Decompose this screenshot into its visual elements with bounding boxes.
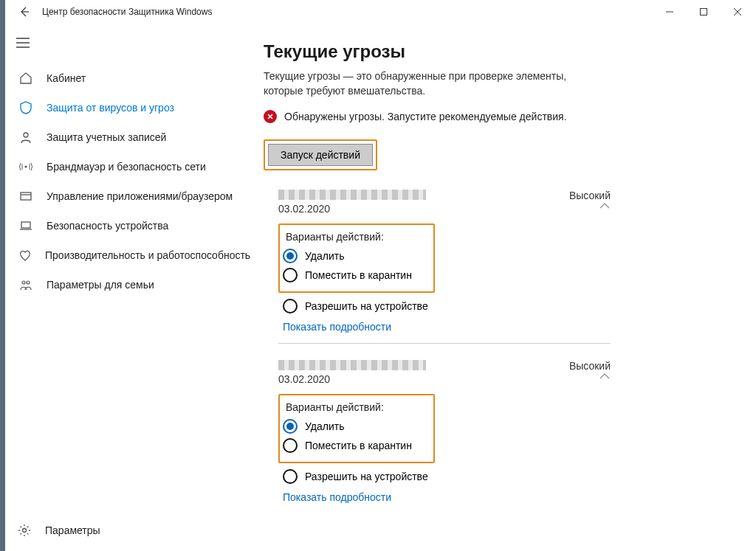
- maximize-button[interactable]: [687, 0, 721, 24]
- person-icon: [18, 130, 33, 145]
- sidebar-item-device-security[interactable]: Безопасность устройства: [7, 211, 256, 240]
- sidebar-item-performance-health[interactable]: Производительность и работоспособность: [7, 240, 256, 270]
- option-delete[interactable]: Удалить: [283, 419, 426, 434]
- threat-item: 03.02.2020 Высокий Варианты действий: Уд…: [278, 190, 611, 344]
- error-icon: [264, 110, 277, 123]
- svg-rect-9: [21, 193, 31, 200]
- sidebar-item-account-protection[interactable]: Защита учетных записей: [7, 122, 256, 152]
- hamburger-icon: [16, 38, 30, 48]
- gear-icon: [17, 523, 32, 538]
- option-allow[interactable]: Разрешить на устройстве: [283, 469, 611, 484]
- svg-point-14: [27, 281, 30, 284]
- svg-point-7: [24, 133, 28, 137]
- option-label: Разрешить на устройстве: [305, 300, 428, 312]
- threat-date: 03.02.2020: [278, 203, 569, 215]
- close-button[interactable]: [721, 0, 755, 24]
- collapse-button[interactable]: [569, 201, 611, 212]
- chevron-up-icon: [599, 372, 611, 381]
- sidebar-item-app-browser-control[interactable]: Управление приложениями/браузером: [7, 181, 256, 211]
- arrow-left-icon: [18, 6, 30, 18]
- main-content: Текущие угрозы Текущие угрозы — это обна…: [256, 24, 756, 551]
- sidebar: Кабинет Защита от вирусов и угроз Защита…: [5, 24, 256, 551]
- sidebar-item-label: Параметры для семьи: [47, 279, 154, 291]
- sidebar-item-firewall[interactable]: Брандмауэр и безопасность сети: [7, 152, 256, 181]
- sidebar-item-label: Производительность и работоспособность: [45, 249, 250, 261]
- chevron-up-icon: [599, 201, 611, 210]
- svg-point-13: [22, 281, 25, 284]
- svg-rect-1: [701, 9, 707, 15]
- threat-item: 03.02.2020 Высокий Варианты действий: Уд…: [278, 360, 611, 513]
- home-icon: [18, 71, 33, 86]
- menu-toggle-button[interactable]: [5, 27, 41, 59]
- sidebar-item-virus-protection[interactable]: Защита от вирусов и угроз: [7, 93, 256, 122]
- sidebar-item-home[interactable]: Кабинет: [7, 63, 256, 93]
- back-button[interactable]: [10, 0, 39, 24]
- threat-date: 03.02.2020: [278, 373, 569, 385]
- radio-icon: [283, 469, 298, 484]
- alert-row: Обнаружены угрозы. Запустите рекомендуем…: [264, 110, 726, 123]
- page-description: Текущие угрозы — это обнаруженные при пр…: [264, 69, 588, 98]
- laptop-icon: [18, 218, 33, 233]
- svg-point-8: [25, 166, 27, 168]
- radio-selected-icon: [283, 419, 298, 434]
- shield-icon: [18, 100, 33, 115]
- radio-icon: [283, 438, 298, 453]
- nav: Кабинет Защита от вирусов и угроз Защита…: [5, 63, 256, 513]
- option-quarantine[interactable]: Поместить в карантин: [283, 268, 426, 283]
- window-title: Центр безопасности Защитника Windows: [42, 7, 212, 17]
- option-label: Удалить: [305, 250, 344, 262]
- radio-icon: [283, 268, 298, 283]
- close-icon: [734, 8, 741, 15]
- option-label: Удалить: [305, 420, 344, 432]
- option-label: Разрешить на устройстве: [305, 471, 428, 482]
- titlebar: Центр безопасности Защитника Windows: [5, 0, 756, 24]
- svg-rect-11: [21, 222, 30, 228]
- threat-level: Высокий: [569, 360, 611, 372]
- option-delete[interactable]: Удалить: [283, 249, 426, 263]
- minimize-button[interactable]: [653, 0, 687, 24]
- option-allow[interactable]: Разрешить на устройстве: [283, 299, 611, 313]
- options-label: Варианты действий:: [286, 401, 426, 413]
- sidebar-item-family-options[interactable]: Параметры для семьи: [7, 270, 256, 299]
- maximize-icon: [700, 8, 707, 15]
- sidebar-item-settings[interactable]: Параметры: [5, 516, 256, 545]
- sidebar-item-label: Кабинет: [47, 72, 86, 84]
- threat-name-redacted: [278, 190, 426, 200]
- sidebar-item-label: Брандмауэр и безопасность сети: [47, 161, 206, 173]
- run-actions-button[interactable]: Запуск действий: [268, 144, 373, 166]
- sidebar-item-label: Безопасность устройства: [47, 220, 168, 232]
- action-options-highlight: Варианты действий: Удалить Поместить в к…: [278, 223, 435, 293]
- sidebar-item-label: Защита учетных записей: [47, 131, 166, 143]
- radio-selected-icon: [283, 249, 298, 263]
- threat-level: Высокий: [569, 190, 611, 201]
- options-label: Варианты действий:: [286, 231, 426, 243]
- alert-text: Обнаружены угрозы. Запустите рекомендуем…: [284, 111, 567, 122]
- heartbeat-icon: [18, 248, 32, 263]
- sidebar-item-label: Защита от вирусов и угроз: [47, 102, 174, 114]
- option-quarantine[interactable]: Поместить в карантин: [283, 438, 426, 453]
- action-button-highlight: Запуск действий: [264, 139, 377, 170]
- page-title: Текущие угрозы: [264, 41, 726, 62]
- show-details-link[interactable]: Показать подробности: [283, 321, 611, 333]
- svg-point-15: [23, 529, 27, 533]
- show-details-link[interactable]: Показать подробности: [283, 491, 611, 503]
- option-label: Поместить в карантин: [305, 269, 412, 281]
- option-label: Поместить в карантин: [305, 440, 412, 451]
- sidebar-item-label: Параметры: [45, 524, 100, 536]
- radio-icon: [283, 299, 298, 313]
- collapse-button[interactable]: [569, 372, 611, 382]
- action-options-highlight: Варианты действий: Удалить Поместить в к…: [278, 394, 435, 463]
- app-icon: [18, 189, 33, 204]
- wifi-icon: [18, 159, 33, 174]
- threat-name-redacted: [278, 360, 426, 370]
- minimize-icon: [666, 8, 673, 15]
- family-icon: [18, 277, 33, 292]
- sidebar-item-label: Управление приложениями/браузером: [47, 190, 233, 202]
